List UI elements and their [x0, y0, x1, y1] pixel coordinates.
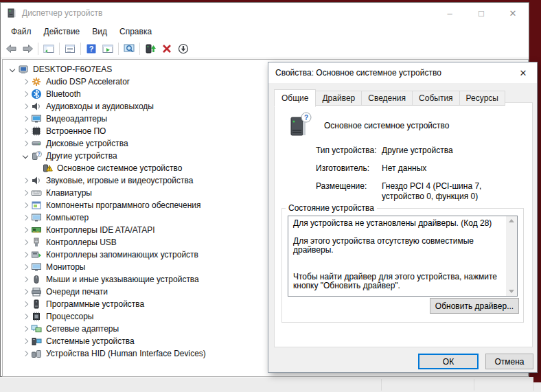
tree-item-label: Программные устройства [46, 299, 144, 309]
dialog-titlebar: Свойства: Основное системное устройство … [268, 62, 537, 83]
status-scrollbar[interactable] [506, 216, 517, 296]
close-icon[interactable]: ✕ [497, 3, 529, 23]
disk-drives-icon [31, 138, 42, 149]
properties-icon[interactable] [62, 41, 78, 56]
keyboards-icon [31, 187, 42, 198]
ide-controllers-icon [31, 224, 42, 235]
svg-text:?: ? [89, 45, 94, 53]
maximize-icon[interactable]: □ [465, 3, 497, 23]
menu-bar: ФайлДействиеВидСправка [1, 23, 529, 39]
tree-item-label: Сетевые адаптеры [46, 324, 119, 334]
field-row: Тип устройства:Другие устройства [316, 146, 525, 156]
close-icon[interactable]: ✕ [509, 62, 537, 83]
taskbar-separator [381, 379, 382, 391]
cancel-button[interactable]: Отмена [485, 354, 533, 369]
tree-item-label: Мыши и иные указывающие устройства [46, 275, 199, 284]
tree-item-label: Системные устройства [46, 336, 135, 346]
unknown-device-icon: ? [287, 111, 313, 143]
tab-general[interactable]: Общие [274, 89, 316, 107]
expand-chevron-icon[interactable] [20, 187, 31, 198]
field-row: Размещение:Гнездо PCI 4 (PCI-шина 7, уст… [316, 181, 525, 202]
tab-events[interactable]: События [412, 91, 460, 106]
menu-item-view[interactable]: Вид [86, 25, 113, 38]
audio-inputs-icon [31, 101, 42, 112]
processors-icon [31, 311, 42, 322]
taskbar[interactable] [0, 377, 541, 392]
expand-chevron-icon[interactable] [20, 224, 31, 235]
other-devices-icon: ? [31, 150, 42, 161]
expand-chevron-icon[interactable] [20, 348, 31, 359]
expand-chevron-icon[interactable] [20, 101, 31, 112]
update-driver-button[interactable]: Обновить драйвер... [430, 298, 519, 314]
desktop-background [533, 373, 541, 382]
tab-driver[interactable]: Драйвер [315, 91, 362, 106]
expand-chevron-icon[interactable] [20, 126, 31, 137]
ok-button[interactable]: ОК [418, 354, 479, 369]
minimize-icon[interactable]: – [434, 3, 465, 23]
expand-chevron-icon[interactable] [20, 113, 31, 124]
menu-item-action[interactable]: Действие [38, 25, 87, 38]
expand-chevron-icon[interactable] [20, 323, 31, 334]
usb-controllers-icon [31, 237, 42, 248]
menu-item-help[interactable]: Справка [113, 25, 158, 38]
help-icon[interactable]: ? [83, 41, 100, 56]
update-driver-icon[interactable] [142, 41, 159, 56]
expand-chevron-icon[interactable] [20, 249, 31, 260]
forward-icon[interactable] [19, 41, 36, 56]
expand-chevron-icon[interactable] [20, 138, 31, 149]
device-status-group: Состояние устройства Для устройства не у… [281, 203, 524, 323]
window-controls: –□✕ [434, 3, 529, 23]
scan-hardware-changes-icon[interactable] [121, 41, 137, 56]
expand-chevron-icon[interactable] [20, 200, 31, 211]
scroll-down-icon[interactable] [509, 290, 514, 293]
device-name: Основное системное устройство [324, 121, 449, 130]
expand-chevron-icon[interactable] [20, 336, 31, 347]
window-title: Диспетчер устройств [22, 8, 102, 18]
expand-chevron-icon[interactable] [20, 89, 31, 100]
uninstall-device-icon[interactable] [159, 41, 175, 56]
tab-details[interactable]: Сведения [361, 91, 413, 106]
expand-chevron-icon[interactable] [20, 237, 31, 248]
back-icon[interactable] [3, 41, 19, 56]
expand-chevron-icon[interactable] [20, 150, 31, 161]
device-status-title: Состояние устройства [286, 203, 377, 213]
expand-chevron-icon[interactable] [20, 311, 31, 322]
disable-device-icon[interactable] [175, 41, 192, 56]
field-label: Изготовитель: [316, 163, 382, 174]
audio-dsp-icon [31, 76, 42, 87]
device-status-text: Для устройства не установлены драйверы. … [288, 216, 518, 297]
display-adapters-icon [31, 113, 42, 124]
scroll-up-icon[interactable] [509, 219, 514, 222]
menu-item-file[interactable]: Файл [5, 25, 38, 38]
tree-item-label: DESKTOP-F6O7EAS [33, 65, 112, 74]
expand-chevron-icon[interactable] [20, 286, 31, 297]
toolbar-separator [80, 43, 81, 55]
svg-text:?: ? [38, 152, 41, 157]
tree-item-label: Другие устройства [46, 151, 117, 161]
tab-strip: ОбщиеДрайверСведенияСобытияРесурсы [274, 88, 505, 106]
show-console-tree-icon[interactable] [41, 41, 57, 56]
properties-dialog: Свойства: Основное системное устройство … [268, 62, 538, 373]
tree-item-label: Основное системное устройство [57, 163, 182, 173]
tree-item-label: Дисковые устройства [46, 139, 128, 148]
expand-chevron-icon[interactable] [20, 299, 31, 310]
field-value: Нет данных [382, 163, 525, 174]
expand-chevron-icon[interactable] [20, 212, 31, 223]
tab-resources[interactable]: Ресурсы [459, 91, 505, 106]
unknown-device-warning-icon [42, 163, 53, 174]
expand-chevron-icon[interactable] [20, 76, 31, 87]
general-tab-page: ? Основное системное устройство Тип устр… [274, 102, 533, 347]
tree-item-label: Очереди печати [46, 287, 108, 297]
firmware-icon [31, 126, 42, 137]
tree-item-label: Аудиовходы и аудиовыходы [46, 102, 154, 111]
device-manager-icon [6, 8, 17, 19]
tree-item-label: Устройства HID (Human Interface Devices) [46, 349, 206, 358]
dialog-title: Свойства: Основное системное устройство [275, 68, 441, 78]
show-action-pane-icon[interactable] [100, 41, 116, 56]
tree-item-label: Компьютер [46, 213, 89, 222]
monitors-icon [31, 262, 42, 273]
expand-chevron-icon[interactable] [7, 64, 18, 75]
expand-chevron-icon[interactable] [20, 262, 31, 273]
expand-chevron-icon[interactable] [20, 274, 31, 285]
expand-chevron-icon[interactable] [20, 175, 31, 186]
